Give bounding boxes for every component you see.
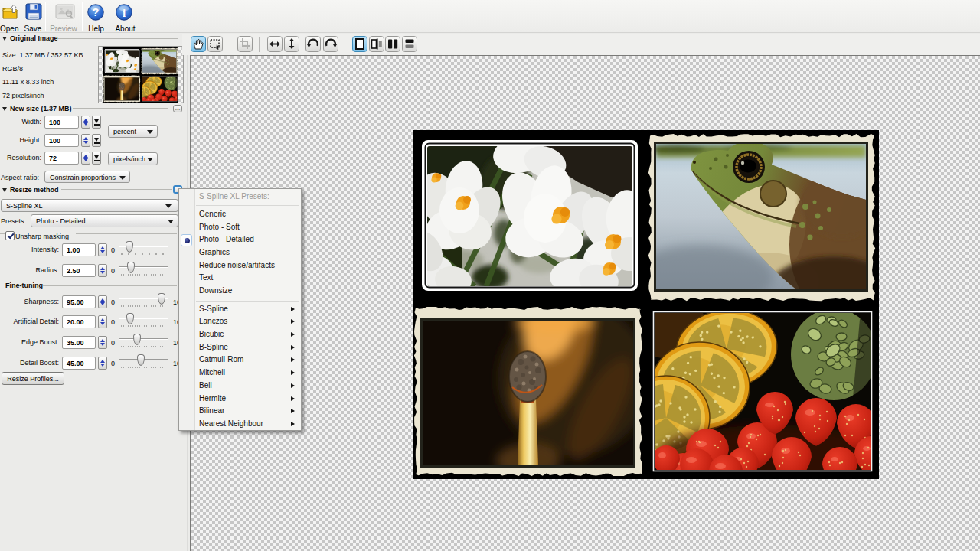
svg-text:i: i bbox=[122, 7, 126, 19]
svg-text:?: ? bbox=[93, 6, 100, 18]
